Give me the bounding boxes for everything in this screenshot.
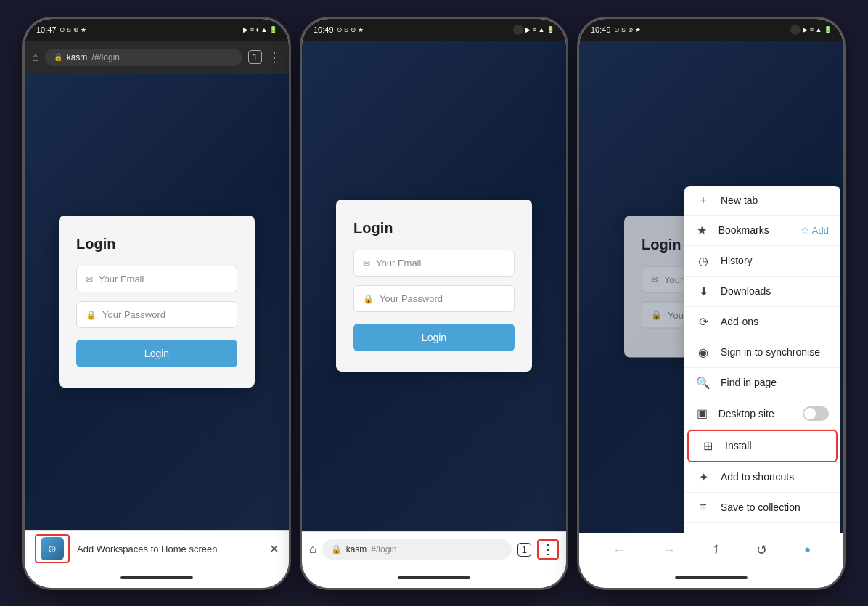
find-icon: 🔍 xyxy=(696,376,711,390)
menu-item-install[interactable]: ⊞ Install xyxy=(687,430,838,462)
install-label: Install xyxy=(725,440,752,451)
tab-count-2[interactable]: 1 xyxy=(517,543,531,557)
password-field-1[interactable]: 🔒 Your Password xyxy=(76,301,237,328)
lock-field-icon-1: 🔒 xyxy=(86,310,97,320)
email-placeholder-2: Your Email xyxy=(376,258,421,269)
collection-icon: ≡ xyxy=(696,501,711,514)
home-bar-2 xyxy=(302,568,566,588)
menu-item-find[interactable]: 🔍 Find in page xyxy=(684,368,840,398)
status-right-1: ▶ ≡ ♦ ▲ 🔋 xyxy=(243,26,277,33)
login-button-2[interactable]: Login xyxy=(353,324,515,351)
password-field-2[interactable]: 🔒 Your Password xyxy=(353,285,515,312)
bookmarks-row: Bookmarks ☆ Add xyxy=(718,224,829,236)
menu-item-settings[interactable]: ⚙ Settings xyxy=(684,523,840,533)
login-title-1: Login xyxy=(76,236,237,253)
nav-bar-3: ← → ⤴ ↺ • xyxy=(579,533,843,568)
status-icons-left-2: ⊙ S ⊕ ★ · xyxy=(337,26,368,33)
url-text-1: kasm xyxy=(67,52,88,62)
status-bar-3: 10:49 ⊙ S ⊕ ★ · ▶ ≡ ▲ 🔋 xyxy=(579,19,843,41)
email-icon-1: ✉ xyxy=(86,274,93,284)
menu-item-downloads[interactable]: ⬇ Downloads xyxy=(684,277,840,307)
bookmarks-add[interactable]: ☆ Add xyxy=(801,225,829,236)
login-card-1: Login ✉ Your Email 🔒 Your Password Login xyxy=(59,216,255,388)
home-button-2[interactable]: ⌂ xyxy=(309,543,316,556)
signin-icon: ◉ xyxy=(696,345,711,359)
phone-1: 10:47 ⊙ S ⊕ ★ · ▶ ≡ ♦ ▲ 🔋 ⌂ 🔒 kasm /#/lo… xyxy=(22,17,291,590)
login-button-1[interactable]: Login xyxy=(76,340,237,367)
status-bar-1: 10:47 ⊙ S ⊕ ★ · ▶ ≡ ♦ ▲ 🔋 xyxy=(25,19,289,41)
browser-content-2: Login ✉ Your Email 🔒 Your Password Login xyxy=(302,41,566,531)
home-button-1[interactable]: ⌂ xyxy=(32,51,39,64)
camera-icon-2 xyxy=(513,25,523,35)
settings-icon: ⚙ xyxy=(696,531,711,533)
banner-close-1[interactable]: ✕ xyxy=(269,542,279,556)
password-placeholder-2: Your Password xyxy=(380,293,443,304)
menu-dots-2[interactable]: ⋮ xyxy=(537,539,559,560)
url-suffix-2: #/login xyxy=(371,544,396,554)
collection-label: Save to collection xyxy=(721,501,801,513)
menu-item-addons[interactable]: ⟳ Add-ons xyxy=(684,307,840,337)
new-tab-icon: + xyxy=(696,194,711,207)
menu-item-shortcuts[interactable]: ✦ Add to shortcuts xyxy=(684,462,840,493)
status-bar-2: 10:49 ⊙ S ⊕ ★ · ▶ ≡ ▲ 🔋 xyxy=(302,19,566,41)
banner-border-1: ⊕ xyxy=(35,534,70,563)
time-1: 10:47 xyxy=(36,25,57,34)
menu-item-new-tab[interactable]: + New tab xyxy=(684,186,840,216)
signin-label: Sign in to synchronise xyxy=(721,346,820,358)
login-title-2: Login xyxy=(353,220,515,237)
addons-icon: ⟳ xyxy=(696,315,711,329)
browser-content-3: Login ✉ Your Em... 🔒 Your Pa... + New ta… xyxy=(579,41,843,533)
settings-label: Settings xyxy=(721,531,758,533)
back-button[interactable]: ← xyxy=(613,543,626,558)
phone-2: 10:49 ⊙ S ⊕ ★ · ▶ ≡ ▲ 🔋 Login ✉ Your Ema… xyxy=(300,17,568,590)
menu-dots-1[interactable]: ⋮ xyxy=(268,49,282,65)
phone-3: 10:49 ⊙ S ⊕ ★ · ▶ ≡ ▲ 🔋 Login ✉ Your Em.… xyxy=(577,17,846,590)
time-2: 10:49 xyxy=(314,25,334,34)
home-indicator-2 xyxy=(398,576,470,579)
lock-field-icon-3: 🔒 xyxy=(651,310,662,320)
tab-count-1[interactable]: 1 xyxy=(248,50,262,64)
banner-text-1: Add Workspaces to Home screen xyxy=(77,544,262,554)
login-card-2: Login ✉ Your Email 🔒 Your Password Login xyxy=(336,200,532,372)
history-label: History xyxy=(721,255,753,266)
more-button[interactable]: • xyxy=(805,541,811,560)
time-3: 10:49 xyxy=(591,25,611,34)
url-text-2: kasm xyxy=(346,544,367,554)
menu-item-bookmarks[interactable]: ★ Bookmarks ☆ Add xyxy=(684,216,840,246)
status-icons-right-3: ▶ ≡ ▲ 🔋 xyxy=(803,26,832,33)
desktop-toggle[interactable] xyxy=(803,406,829,421)
email-field-1[interactable]: ✉ Your Email xyxy=(76,266,237,292)
url-box-1[interactable]: 🔒 kasm /#/login xyxy=(45,49,242,66)
addons-label: Add-ons xyxy=(721,316,758,327)
lock-icon-2: 🔒 xyxy=(331,544,342,554)
status-left-1: 10:47 ⊙ S ⊕ ★ · xyxy=(36,25,90,34)
shortcuts-label: Add to shortcuts xyxy=(721,471,794,483)
email-icon-2: ✉ xyxy=(363,258,370,269)
bottom-banner-1: ⊕ Add Workspaces to Home screen ✕ xyxy=(25,530,289,568)
status-left-3: 10:49 ⊙ S ⊕ ★ · xyxy=(591,25,644,34)
desktop-label: Desktop site xyxy=(718,408,774,419)
browser-content-1: Login ✉ Your Email 🔒 Your Password Login xyxy=(25,74,289,530)
forward-button[interactable]: → xyxy=(663,543,676,558)
dropdown-menu: + New tab ★ Bookmarks ☆ Add ◷ History xyxy=(684,186,840,533)
desktop-icon: ▣ xyxy=(696,406,708,420)
downloads-icon: ⬇ xyxy=(696,284,711,298)
history-icon: ◷ xyxy=(696,254,711,268)
password-placeholder-1: Your Password xyxy=(102,309,165,320)
refresh-button[interactable]: ↺ xyxy=(756,542,767,558)
new-tab-label: New tab xyxy=(721,195,758,206)
downloads-label: Downloads xyxy=(721,285,771,297)
status-icons-left-3: ⊙ S ⊕ ★ · xyxy=(614,26,645,33)
status-icons-right-1: ▶ ≡ ♦ ▲ 🔋 xyxy=(243,26,277,33)
menu-item-desktop[interactable]: ▣ Desktop site xyxy=(684,398,840,430)
email-field-2[interactable]: ✉ Your Email xyxy=(353,250,515,277)
menu-item-signin[interactable]: ◉ Sign in to synchronise xyxy=(684,337,840,368)
status-icons-right-2: ▶ ≡ ▲ 🔋 xyxy=(525,26,554,33)
shortcuts-icon: ✦ xyxy=(696,470,711,484)
menu-item-collection[interactable]: ≡ Save to collection xyxy=(684,493,840,523)
home-bar-1 xyxy=(25,568,289,588)
menu-item-history[interactable]: ◷ History xyxy=(684,246,840,277)
lock-field-icon-2: 🔒 xyxy=(363,294,374,304)
url-box-2[interactable]: 🔒 kasm #/login xyxy=(322,539,512,560)
share-button[interactable]: ⤴ xyxy=(713,543,719,558)
